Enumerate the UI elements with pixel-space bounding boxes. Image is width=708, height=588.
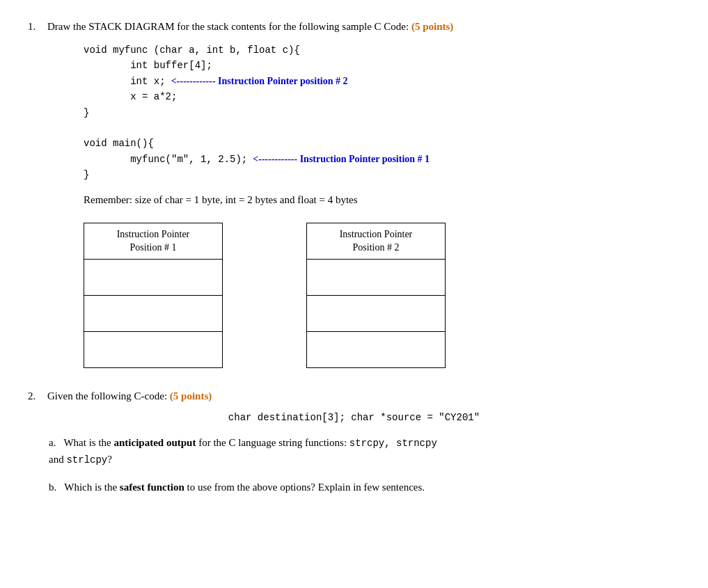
stack-rows-2 (306, 259, 446, 368)
q2-number: 2. (28, 390, 42, 402)
sub-a-code-functions: strcpy, strncpy (349, 438, 437, 449)
stack-row-1-2 (84, 295, 222, 331)
q1-points: (5 points) (411, 21, 453, 32)
q1-text: Draw the STACK DIAGRAM for the stack con… (47, 21, 453, 33)
q2-code-line: char destination[3]; char *source = "CY2… (28, 412, 680, 423)
code-line-3: int x; <------------ Instruction Pointer… (84, 74, 680, 89)
code-line-9: } (84, 167, 680, 182)
stack-title-2: Instruction Pointer Position # 2 (306, 223, 446, 259)
sub-questions: a. What is the anticipated output for th… (49, 434, 680, 496)
remember-text: Remember: size of char = 1 byte, int = 2… (84, 194, 680, 206)
q1-number: 1. (28, 21, 42, 33)
stack-row-2-3 (307, 331, 445, 367)
code-block-1: void myfunc (char a, int b, float c){ in… (84, 42, 680, 183)
sub-a-label: a. (49, 437, 56, 448)
stack-title-1: Instruction Pointer Position # 1 (84, 223, 223, 259)
code-line-5: } (84, 105, 680, 120)
sub-question-a: a. What is the anticipated output for th… (49, 434, 680, 468)
sub-a-bold: anticipated output (113, 437, 196, 448)
code-line-7: void main(){ (84, 136, 680, 151)
stack-diagram-1: Instruction Pointer Position # 1 (84, 223, 223, 368)
code-line-1: void myfunc (char a, int b, float c){ (84, 42, 680, 58)
stack-row-2-2 (307, 295, 445, 331)
q2-points: (5 points) (170, 390, 212, 402)
stack-row-1-3 (84, 331, 222, 367)
question-2: 2. Given the following C-code: (5 points… (28, 390, 680, 496)
stack-diagram-2: Instruction Pointer Position # 2 (306, 223, 446, 368)
sub-b-bold: safest function (120, 482, 184, 493)
ip-annotation-1: <------------ Instruction Pointer positi… (253, 152, 430, 167)
q2-text: Given the following C-code: (5 points) (47, 390, 212, 402)
ip-annotation-2: <------------ Instruction Pointer positi… (171, 74, 348, 89)
question-1-header: 1. Draw the STACK DIAGRAM for the stack … (28, 21, 680, 33)
code-line-blank (84, 120, 680, 136)
sub-a-code-last: strlcpy (66, 454, 107, 466)
stack-row-2-1 (307, 259, 445, 295)
code-line-4: x = a*2; (84, 89, 680, 104)
code-line-8: myfunc("m", 1, 2.5); <------------ Instr… (84, 152, 680, 167)
question-2-header: 2. Given the following C-code: (5 points… (28, 390, 680, 402)
stack-diagrams: Instruction Pointer Position # 1 Instruc… (84, 223, 680, 368)
stack-row-1-1 (84, 259, 222, 295)
sub-question-b: b. Which is the safest function to use f… (49, 479, 680, 495)
sub-b-label: b. (49, 482, 56, 493)
question-1: 1. Draw the STACK DIAGRAM for the stack … (28, 21, 680, 368)
stack-rows-1 (84, 259, 223, 368)
code-line-2: int buffer[4]; (84, 58, 680, 73)
